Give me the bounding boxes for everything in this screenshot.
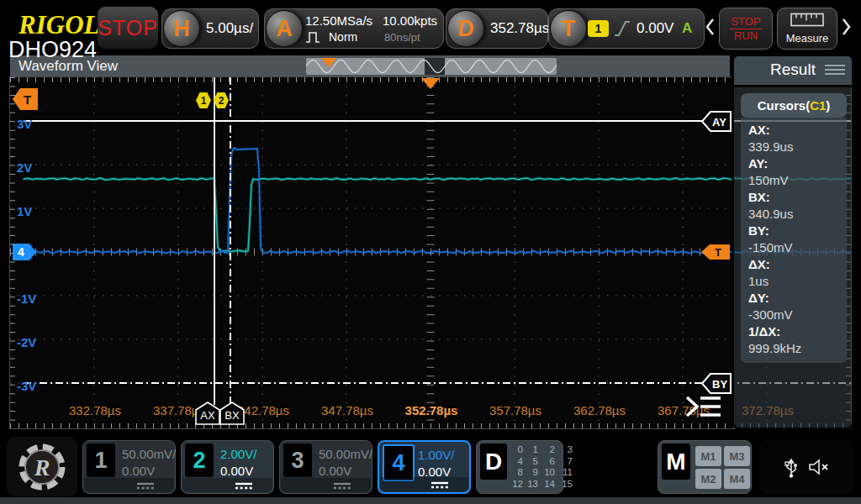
run-label: RUN	[734, 30, 758, 42]
cursor-result-label: 1/ΔX:	[748, 323, 847, 340]
horizontal-settings-button[interactable]: H 5.00µs/	[161, 8, 259, 49]
stop-run-button[interactable]: STOP RUN	[719, 8, 773, 50]
digital-channels-button[interactable]: D 0123456789101112131415	[476, 440, 563, 494]
cursor-ay-flag[interactable]: AY	[700, 110, 732, 133]
run-state-text: STOP	[98, 16, 158, 40]
svg-text:T: T	[24, 92, 31, 107]
result-panel-header[interactable]: Result	[734, 56, 852, 87]
overview-trigger-marker-icon[interactable]	[321, 58, 336, 67]
trigger-left-flag[interactable]: T	[12, 87, 39, 111]
digital-ch-14: 14	[538, 479, 555, 491]
math-m1-button[interactable]: M1	[695, 446, 721, 466]
x-axis-label: 357.78µs	[473, 403, 557, 417]
y-axis-label: 1V	[17, 204, 50, 218]
cursor-result-value: 339.9us	[748, 139, 847, 155]
cursor-result-label: AY:	[748, 155, 847, 172]
channel-3-button[interactable]: 350.00mV/0.00V	[279, 440, 372, 494]
cursors-tab-prefix: Cursors(	[758, 98, 811, 113]
x-axis-label: 332.78µs	[53, 403, 137, 417]
svg-text:R: R	[34, 454, 50, 480]
cursor-result-label: AX:	[748, 122, 847, 139]
channel-1-scale: 50.00mV/	[122, 447, 176, 461]
cursor-handle-ax[interactable]: AX	[195, 402, 220, 425]
channel-4-number: 4	[383, 444, 415, 481]
math-m2-button[interactable]: M2	[695, 469, 721, 489]
model-label: DHO924	[8, 37, 97, 63]
cursor-result-value: 340.9us	[748, 206, 847, 223]
digital-ch-11: 11	[555, 467, 573, 479]
horizontal-knob[interactable]: H	[163, 10, 200, 47]
stop-label: STOP	[731, 16, 760, 28]
rigol-gear-logo-button[interactable]: R	[7, 437, 77, 496]
trigger-settings-button[interactable]: T 1 0.00V A	[548, 8, 705, 49]
toolbar-scroll-right-icon[interactable]	[841, 17, 852, 40]
trigger-knob[interactable]: T	[550, 10, 587, 47]
acquisition-settings-button[interactable]: A 12.50MSa/s 10.00kpts Norm 80ns/pt	[264, 8, 444, 49]
cursor-result-value: 999.9kHz	[748, 340, 847, 357]
delay-knob[interactable]: D	[447, 10, 484, 47]
acquire-knob[interactable]: A	[266, 10, 303, 47]
cursor-result-value: 150mV	[748, 172, 847, 189]
math-channels-button[interactable]: M M1M3M2M4	[658, 440, 752, 494]
measure-button[interactable]: Measure	[777, 8, 837, 50]
resolution-value: 80ns/pt	[384, 31, 420, 44]
trigger-sweep-mode: A	[682, 20, 692, 37]
trigger-level-value: 0.00V	[637, 20, 673, 37]
digital-label: D	[480, 444, 507, 480]
square-wave-icon	[305, 30, 325, 48]
svg-text:BX: BX	[224, 409, 240, 422]
cursors-result-tab[interactable]: Cursors(C1)	[741, 93, 847, 118]
channel-1-number: 1	[87, 444, 115, 477]
dc-coupling-icon	[235, 481, 253, 490]
menu-icon[interactable]	[825, 65, 845, 75]
toolbar-scroll-left-icon[interactable]	[705, 17, 716, 40]
digital-ch-5: 5	[523, 456, 538, 468]
speaker-muted-icon[interactable]	[808, 458, 830, 476]
cursor-result-label: ΔY:	[748, 290, 847, 307]
digital-ch-8: 8	[512, 467, 523, 479]
digital-ch-9: 9	[523, 467, 538, 479]
digital-ch-12: 12	[512, 479, 523, 491]
trigger-position-marker-icon[interactable]	[421, 78, 440, 89]
channel-1-button[interactable]: 150.00mV/0.00V	[82, 440, 176, 494]
channel-3-offset: 0.00V	[319, 464, 351, 478]
sample-rate-value: 12.50MSa/s	[305, 13, 372, 28]
waveform-view-tab-bar: Waveform View	[10, 55, 730, 77]
cursor-result-label: BX:	[748, 189, 847, 206]
cursor-handle-bx[interactable]: BX	[219, 402, 245, 425]
waveform-display-area[interactable]: 332.78µs337.78µs342.78µs347.78µs352.78µs…	[10, 77, 851, 428]
channel-4-button[interactable]: 41.00V/0.00V	[378, 440, 471, 494]
rising-edge-icon	[613, 18, 633, 42]
svg-text:AY: AY	[712, 116, 726, 129]
cursor-source: C1	[810, 98, 826, 113]
result-panel: Result Cursors(C1) AX:339.9usAY:150mVBX:…	[732, 54, 854, 430]
math-m3-button[interactable]: M3	[724, 446, 750, 466]
delay-settings-button[interactable]: D 352.78µs	[446, 8, 548, 49]
dc-coupling-icon	[333, 481, 351, 490]
channel-2-scale: 2.00V/	[220, 447, 256, 461]
oscilloscope-screen: RIGOL DHO924 STOP H 5.00µs/ A 12.50MSa/s…	[0, 0, 861, 504]
svg-text:4: 4	[18, 245, 24, 259]
channel4-trace	[24, 148, 851, 253]
overview-sine-icon	[306, 58, 557, 75]
cursor-result-value: -150mV	[748, 239, 847, 256]
x-axis-label: 352.78µs	[389, 403, 473, 417]
dc-coupling-icon	[430, 480, 449, 489]
x-axis-label: 362.78µs	[557, 403, 642, 417]
cursor-result-value: 1us	[748, 273, 847, 290]
channel-4-footer	[380, 477, 468, 491]
channel-2-offset: 0.00V	[220, 464, 253, 478]
gear-icon: R	[16, 441, 68, 493]
channel4-position-marker[interactable]: 4	[12, 243, 37, 261]
cursors-tab-suffix: )	[826, 98, 830, 113]
channel-4-scale: 1.00V/	[418, 448, 454, 462]
math-m4-button[interactable]: M4	[724, 469, 750, 489]
usb-icon	[784, 456, 798, 478]
channel-2-button[interactable]: 22.00V/0.00V	[181, 440, 274, 494]
run-state-indicator[interactable]: STOP	[98, 7, 158, 49]
cursor-by-flag[interactable]: BY	[700, 372, 732, 395]
grid-menu-icon[interactable]	[683, 393, 723, 420]
memory-depth-value: 10.00kpts	[383, 13, 437, 28]
trigger-level-flag[interactable]: T	[700, 244, 731, 260]
waveform-overview-strip[interactable]	[306, 58, 557, 75]
